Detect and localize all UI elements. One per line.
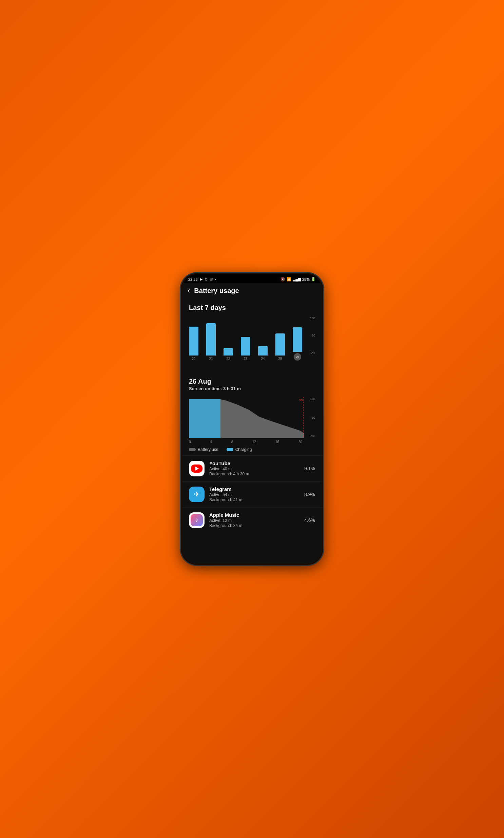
bar-26 xyxy=(293,327,302,352)
youtube-active: Active: 40 m xyxy=(209,466,304,471)
media-icon: ▶ xyxy=(200,277,202,281)
youtube-background: Background: 4 h 30 m xyxy=(209,472,304,476)
date-title: 26 Aug xyxy=(189,378,315,386)
bar-label-26: 26 xyxy=(294,353,301,361)
x-label-12: 12 xyxy=(252,440,256,444)
legend-battery-use: Battery use xyxy=(189,447,218,452)
telegram-info: Telegram Active: 54 m Background: 41 m xyxy=(209,486,304,502)
youtube-percent: 9.1% xyxy=(304,466,315,471)
legend-charging: Charging xyxy=(227,447,252,452)
bar-label-22: 22 xyxy=(226,357,230,361)
bar-chart: 20 21 22 23 xyxy=(189,317,315,361)
app-item-youtube[interactable]: YouTube Active: 40 m Background: 4 h 30 … xyxy=(182,455,322,481)
svg-marker-0 xyxy=(189,399,220,438)
x-label-4: 4 xyxy=(210,440,212,444)
battery-icon: 🔋 xyxy=(311,277,316,281)
back-button[interactable]: ‹ xyxy=(187,286,190,295)
content-area: Last 7 days 20 21 xyxy=(182,298,322,564)
status-bar: 22:55 ▶ ⊘ ⊞ • 🔇 📶 ▂▄▆ 25% 🔋 xyxy=(182,274,322,283)
bar-label-24: 24 xyxy=(261,357,265,361)
telegram-icon: ✈ xyxy=(189,486,204,502)
bar-chart-y-axis: 100 50 0% xyxy=(310,317,315,361)
screen-time: Screen on time: 3 h 31 m xyxy=(189,386,315,391)
mute-icon: 🔇 xyxy=(281,277,285,281)
dot-icon: • xyxy=(215,277,216,281)
bar-label-20: 20 xyxy=(192,357,195,361)
svg-text:Now: Now xyxy=(299,398,303,401)
bar-col-23: 23 xyxy=(241,337,250,361)
area-y-0: 0% xyxy=(311,434,315,438)
apple-music-percent: 4.6% xyxy=(304,517,315,523)
x-label-0: 0 xyxy=(189,440,191,444)
bar-label-25: 25 xyxy=(278,357,282,361)
signal-icon: ▂▄▆ xyxy=(293,277,301,281)
date-section: 26 Aug Screen on time: 3 h 31 m xyxy=(182,372,322,394)
y-label-100: 100 xyxy=(310,317,315,320)
phone-screen: 22:55 ▶ ⊘ ⊞ • 🔇 📶 ▂▄▆ 25% 🔋 ‹ Battery us… xyxy=(182,274,322,564)
time-display: 22:55 xyxy=(188,277,198,281)
bar-21 xyxy=(206,323,216,356)
bar-col-20: 20 xyxy=(189,327,198,361)
bar-col-25: 25 xyxy=(275,334,285,361)
bar-25 xyxy=(275,334,285,356)
phone-frame: 22:55 ▶ ⊘ ⊞ • 🔇 📶 ▂▄▆ 25% 🔋 ‹ Battery us… xyxy=(181,273,323,565)
notification-icon: ⊞ xyxy=(210,277,213,281)
youtube-logo xyxy=(191,464,202,473)
apple-music-name: Apple Music xyxy=(209,512,304,518)
app-item-apple-music[interactable]: ♪ Apple Music Active: 12 m Background: 3… xyxy=(182,507,322,533)
telegram-logo: ✈ xyxy=(194,490,200,499)
area-chart-y-axis: 100 50 0% xyxy=(310,397,315,438)
bar-label-21: 21 xyxy=(209,357,213,361)
apple-music-icon: ♪ xyxy=(189,512,204,528)
battery-percent: 25% xyxy=(302,277,310,281)
wifi-icon: 📶 xyxy=(287,277,291,281)
area-chart: Now 100 50 0% 0 4 8 12 16 20 xyxy=(189,397,315,444)
youtube-name: YouTube xyxy=(209,460,304,466)
apple-music-logo: ♪ xyxy=(191,514,203,526)
telegram-percent: 8.9% xyxy=(304,492,315,497)
top-nav: ‹ Battery usage xyxy=(182,283,322,298)
area-chart-x-axis: 0 4 8 12 16 20 xyxy=(189,439,315,444)
chart-legend: Battery use Charging xyxy=(182,444,322,455)
area-y-100: 100 xyxy=(310,397,315,401)
legend-blue-dot xyxy=(227,448,233,451)
apple-music-background: Background: 34 m xyxy=(209,523,304,528)
bar-23 xyxy=(241,337,250,356)
weekly-section: Last 7 days 20 21 xyxy=(182,298,322,372)
bar-col-24: 24 xyxy=(258,346,268,361)
legend-charging-label: Charging xyxy=(235,447,252,452)
bar-col-26[interactable]: 26 xyxy=(293,327,302,361)
legend-battery-label: Battery use xyxy=(198,447,218,452)
youtube-play-icon xyxy=(195,466,199,471)
apple-music-active: Active: 12 m xyxy=(209,518,304,523)
dnd-icon: ⊘ xyxy=(204,277,208,281)
bar-24 xyxy=(258,346,268,356)
x-label-8: 8 xyxy=(231,440,233,444)
youtube-icon xyxy=(189,461,204,476)
app-item-telegram[interactable]: ✈ Telegram Active: 54 m Background: 41 m… xyxy=(182,481,322,507)
bar-label-23: 23 xyxy=(244,357,247,361)
page-title: Battery usage xyxy=(194,287,239,295)
telegram-name: Telegram xyxy=(209,486,304,492)
y-label-0: 0% xyxy=(311,351,315,355)
bar-col-21: 21 xyxy=(206,323,216,361)
legend-gray-dot xyxy=(189,448,196,451)
music-note-icon: ♪ xyxy=(195,516,198,524)
area-y-50: 50 xyxy=(312,416,315,419)
y-label-50: 50 xyxy=(312,334,315,337)
bar-22 xyxy=(223,348,233,356)
telegram-active: Active: 54 m xyxy=(209,492,304,497)
bar-20 xyxy=(189,327,198,356)
youtube-info: YouTube Active: 40 m Background: 4 h 30 … xyxy=(209,460,304,476)
bar-col-22: 22 xyxy=(223,348,233,361)
area-chart-svg: Now xyxy=(189,397,315,438)
apple-music-info: Apple Music Active: 12 m Background: 34 … xyxy=(209,512,304,528)
weekly-chart-title: Last 7 days xyxy=(189,304,315,312)
svg-marker-1 xyxy=(220,399,304,438)
x-label-20: 20 xyxy=(299,440,302,444)
telegram-background: Background: 41 m xyxy=(209,497,304,502)
x-label-16: 16 xyxy=(275,440,279,444)
